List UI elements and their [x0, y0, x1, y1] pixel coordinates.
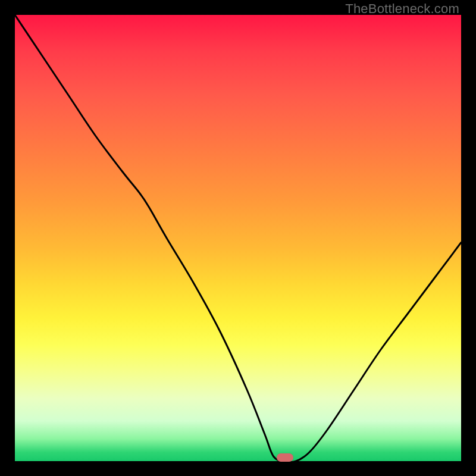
bottleneck-curve	[15, 15, 461, 461]
chart-frame: TheBottleneck.com	[0, 0, 476, 476]
optimal-marker	[277, 453, 293, 462]
watermark-text: TheBottleneck.com	[345, 1, 459, 17]
chart-plot-area	[15, 15, 461, 461]
